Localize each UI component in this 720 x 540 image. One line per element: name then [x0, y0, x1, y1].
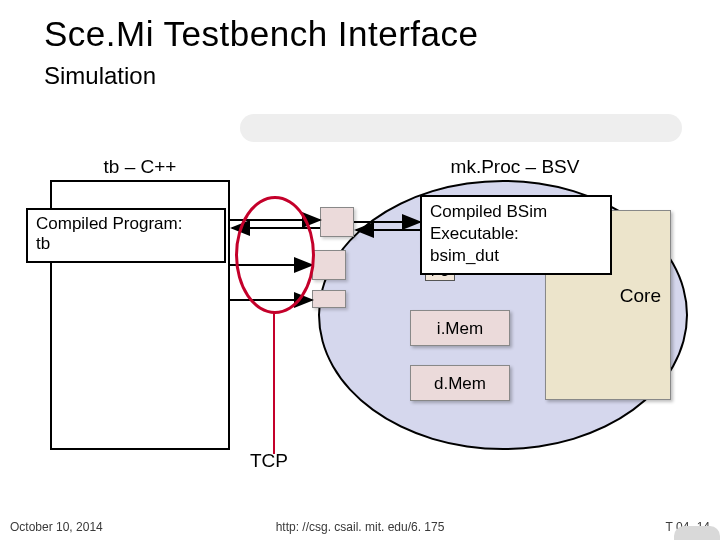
decorative-bar: [240, 114, 682, 142]
transactor-stub: [312, 250, 346, 280]
footer-url: http: //csg. csail. mit. edu/6. 175: [276, 520, 445, 534]
tcp-ellipse: [235, 196, 315, 314]
compiled-bsim-line1: Compiled BSim: [430, 202, 547, 221]
slide-subtitle: Simulation: [44, 62, 156, 90]
compiled-bsim-line3: bsim_dut: [430, 246, 499, 265]
slide-title: Sce.Mi Testbench Interface: [44, 14, 479, 54]
imem-box: i.Mem: [410, 310, 510, 346]
proc-label: mk.Proc – BSV: [350, 156, 680, 178]
decorative-corner: [674, 526, 720, 540]
tb-label: tb – C++: [50, 156, 230, 178]
diagram: tb – C++ mk.Proc – BSV Core PC i.Mem d.M…: [20, 150, 700, 470]
tcp-line: [273, 312, 275, 454]
compiled-bsim-line2: Executable:: [430, 224, 519, 243]
compiled-tb-box: Compiled Program: tb: [26, 208, 226, 263]
dmem-box: d.Mem: [410, 365, 510, 401]
compiled-tb-line2: tb: [36, 234, 50, 253]
slide: Sce.Mi Testbench Interface Simulation tb…: [0, 0, 720, 540]
compiled-tb-line1: Compiled Program:: [36, 214, 182, 233]
core-label: Core: [545, 285, 671, 307]
tcp-label: TCP: [250, 450, 288, 472]
compiled-bsim-box: Compiled BSim Executable: bsim_dut: [420, 195, 612, 275]
transactor-stub: [320, 207, 354, 237]
footer-date: October 10, 2014: [10, 520, 103, 534]
transactor-stub: [312, 290, 346, 308]
